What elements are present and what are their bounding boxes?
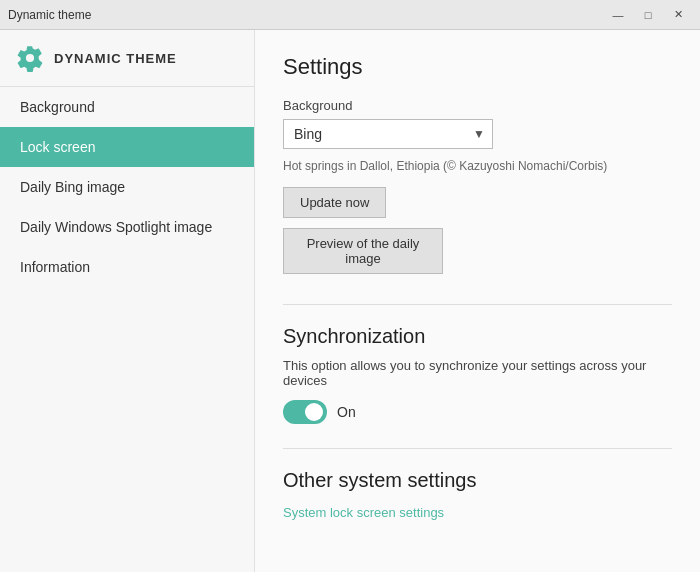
background-select-wrapper: Bing Windows Spotlight Picture Slideshow… xyxy=(283,119,493,149)
close-button[interactable]: ✕ xyxy=(664,4,692,26)
app-container: DYNAMIC THEME Background Lock screen Dai… xyxy=(0,30,700,572)
image-caption: Hot springs in Dallol, Ethiopia (© Kazuy… xyxy=(283,159,672,173)
background-label: Background xyxy=(283,98,672,113)
minimize-button[interactable]: — xyxy=(604,4,632,26)
sidebar-item-lock-screen[interactable]: Lock screen xyxy=(0,127,254,167)
divider-1 xyxy=(283,304,672,305)
settings-title: Settings xyxy=(283,54,672,80)
toggle-thumb xyxy=(305,403,323,421)
other-settings-title: Other system settings xyxy=(283,469,672,492)
title-bar-left: Dynamic theme xyxy=(8,8,91,22)
update-now-button[interactable]: Update now xyxy=(283,187,386,218)
maximize-button[interactable]: □ xyxy=(634,4,662,26)
toggle-label: On xyxy=(337,404,356,420)
sidebar-header: DYNAMIC THEME xyxy=(0,30,254,87)
app-window-title: Dynamic theme xyxy=(8,8,91,22)
preview-button[interactable]: Preview of the daily image xyxy=(283,228,443,274)
background-dropdown[interactable]: Bing Windows Spotlight Picture Slideshow xyxy=(283,119,493,149)
system-lock-screen-link[interactable]: System lock screen settings xyxy=(283,505,444,520)
title-bar: Dynamic theme — □ ✕ xyxy=(0,0,700,30)
sidebar-item-background[interactable]: Background xyxy=(0,87,254,127)
sync-toggle-row: On xyxy=(283,400,672,424)
sync-toggle[interactable] xyxy=(283,400,327,424)
sidebar-item-daily-bing[interactable]: Daily Bing image xyxy=(0,167,254,207)
app-title: DYNAMIC THEME xyxy=(54,51,177,66)
toggle-track[interactable] xyxy=(283,400,327,424)
divider-2 xyxy=(283,448,672,449)
gear-icon xyxy=(16,44,44,72)
sidebar-item-daily-spotlight[interactable]: Daily Windows Spotlight image xyxy=(0,207,254,247)
main-content: Settings Background Bing Windows Spotlig… xyxy=(255,30,700,572)
sync-description: This option allows you to synchronize yo… xyxy=(283,358,672,388)
sidebar: DYNAMIC THEME Background Lock screen Dai… xyxy=(0,30,255,572)
synchronization-title: Synchronization xyxy=(283,325,672,348)
sidebar-item-information[interactable]: Information xyxy=(0,247,254,287)
title-bar-controls: — □ ✕ xyxy=(604,4,692,26)
